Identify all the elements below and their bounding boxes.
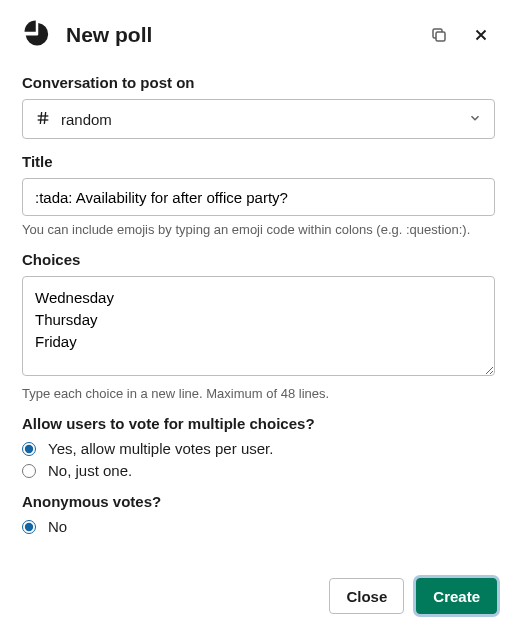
modal-footer: Close Create [0,562,517,636]
anonymous-label: Anonymous votes? [22,493,495,510]
radio-label: No [48,518,67,535]
hash-icon [35,110,51,129]
conversation-label: Conversation to post on [22,74,495,91]
create-button[interactable]: Create [416,578,497,614]
radio-label: No, just one. [48,462,132,479]
conversation-select[interactable]: random [22,99,495,139]
anonymous-option-no[interactable]: No [22,518,495,535]
choices-hint: Type each choice in a new line. Maximum … [22,386,495,401]
conversation-value: random [61,111,112,128]
multiple-label: Allow users to vote for multiple choices… [22,415,495,432]
title-hint: You can include emojis by typing an emoj… [22,222,495,237]
modal-title: New poll [66,23,411,47]
multiple-option-yes[interactable]: Yes, allow multiple votes per user. [22,440,495,457]
svg-line-4 [44,112,45,124]
title-label: Title [22,153,495,170]
chevron-down-icon [468,111,482,128]
radio-input[interactable] [22,442,36,456]
svg-line-3 [40,112,41,124]
choices-label: Choices [22,251,495,268]
copy-icon[interactable] [425,21,453,49]
title-input[interactable] [22,178,495,216]
modal-content: Conversation to post on random Title You… [0,62,517,562]
multiple-option-no[interactable]: No, just one. [22,462,495,479]
svg-rect-0 [436,32,445,41]
radio-label: Yes, allow multiple votes per user. [48,440,273,457]
choices-textarea[interactable] [22,276,495,376]
close-icon[interactable] [467,21,495,49]
pie-chart-icon [22,18,52,52]
close-button[interactable]: Close [329,578,404,614]
modal-header: New poll [0,0,517,62]
radio-input[interactable] [22,464,36,478]
radio-input[interactable] [22,520,36,534]
